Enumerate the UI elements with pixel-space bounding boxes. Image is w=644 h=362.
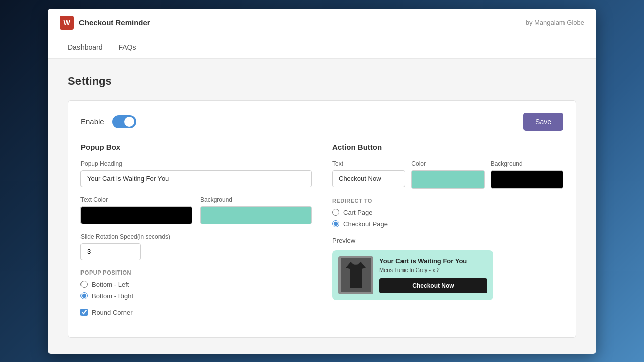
preview-label: Preview — [332, 237, 564, 244]
cart-page-radio[interactable] — [332, 209, 339, 216]
redirect-label: REDIRECT TO — [332, 198, 564, 204]
preview-heading: Your Cart is Waiting For You — [379, 257, 487, 265]
preview-text-block: Your Cart is Waiting For You Mens Tunic … — [379, 257, 487, 293]
action-bg-swatch[interactable] — [491, 170, 564, 189]
round-corner-checkbox[interactable] — [80, 309, 88, 316]
position-bottom-right[interactable]: Bottom - Right — [80, 292, 312, 300]
text-color-label: Text Color — [80, 196, 192, 203]
redirect-radio-group: Cart Page Checkout Page — [332, 209, 564, 228]
action-color-swatch[interactable] — [411, 170, 484, 189]
main-content: Settings Enable Save Popup Box — [48, 59, 596, 354]
preview-subtext: Mens Tunic In Grey - x 2 — [379, 267, 487, 273]
action-text-field: Text — [332, 160, 405, 189]
action-fields-row: Text Color Background — [332, 160, 564, 189]
page-title: Settings — [68, 75, 576, 88]
bottom-left-label: Bottom - Left — [92, 281, 129, 288]
preview-checkout-button[interactable]: Checkout Now — [379, 278, 487, 293]
popup-position-section: POPUP POSITION Bottom - Left Bottom - Ri… — [80, 269, 312, 300]
action-button-section: Action Button Text Color Background — [332, 143, 564, 325]
nav-item-faqs[interactable]: FAQs — [111, 37, 144, 58]
popup-heading-label: Popup Heading — [80, 160, 312, 167]
text-color-swatch[interactable] — [80, 206, 192, 224]
popup-position-label: POPUP POSITION — [80, 269, 312, 276]
brand: W Checkout Reminder — [60, 16, 150, 30]
redirect-section: REDIRECT TO Cart Page Checkout Page — [332, 198, 564, 228]
action-bg-label: Background — [491, 160, 564, 167]
popup-box-header: Popup Box — [80, 143, 312, 151]
redirect-cart[interactable]: Cart Page — [332, 209, 564, 216]
enable-left: Enable — [80, 115, 136, 128]
action-bg-field: Background — [491, 160, 564, 189]
by-label: by Mangalam Globe — [526, 19, 584, 26]
speed-input-wrapper: ▲ ▼ — [80, 243, 141, 260]
app-logo: W — [60, 16, 74, 30]
header: W Checkout Reminder by Mangalam Globe — [48, 9, 596, 37]
navigation: Dashboard FAQs — [48, 37, 596, 59]
toggle-slider — [112, 115, 136, 128]
action-text-label: Text — [332, 160, 405, 167]
nav-item-dashboard[interactable]: Dashboard — [60, 37, 111, 58]
action-color-field: Color — [411, 160, 484, 189]
slide-speed-field: Slide Rotation Speed(in seconds) ▲ ▼ — [80, 233, 312, 260]
color-row: Text Color Background — [80, 196, 312, 224]
enable-toggle[interactable] — [112, 115, 136, 128]
settings-columns: Popup Box Popup Heading Text Color Backg… — [80, 143, 564, 325]
background-label: Background — [200, 196, 312, 203]
speed-input[interactable] — [81, 244, 141, 259]
round-corner-field: Round Corner — [80, 309, 312, 316]
background-color-swatch[interactable] — [200, 206, 312, 224]
app-window: W Checkout Reminder by Mangalam Globe Da… — [48, 9, 596, 354]
text-color-field: Text Color — [80, 196, 192, 224]
action-color-label: Color — [411, 160, 484, 167]
enable-row: Enable Save — [80, 113, 564, 131]
position-bottom-left[interactable]: Bottom - Left — [80, 281, 312, 288]
position-radio-group: Bottom - Left Bottom - Right — [80, 281, 312, 300]
preview-section: Preview Your Cart — [332, 237, 564, 300]
action-text-input[interactable] — [332, 170, 405, 187]
bottom-right-label: Bottom - Right — [92, 292, 133, 300]
settings-card: Enable Save Popup Box Popup Heading — [68, 100, 576, 338]
popup-box-section: Popup Box Popup Heading Text Color Backg… — [80, 143, 312, 325]
preview-product-image — [338, 256, 373, 294]
round-corner-label: Round Corner — [92, 309, 133, 316]
redirect-checkout[interactable]: Checkout Page — [332, 220, 564, 228]
action-button-header: Action Button — [332, 143, 564, 151]
popup-heading-input[interactable] — [80, 170, 312, 187]
bottom-left-radio[interactable] — [80, 281, 88, 288]
checkout-page-radio[interactable] — [332, 220, 339, 227]
cart-page-label: Cart Page — [343, 209, 373, 216]
popup-heading-field: Popup Heading — [80, 160, 312, 187]
checkout-page-label: Checkout Page — [343, 220, 388, 228]
product-shirt-icon — [341, 258, 371, 292]
enable-label: Enable — [80, 117, 104, 126]
save-button[interactable]: Save — [523, 113, 564, 131]
preview-popup: Your Cart is Waiting For You Mens Tunic … — [332, 250, 493, 300]
bottom-right-radio[interactable] — [80, 292, 88, 299]
app-title: Checkout Reminder — [79, 18, 150, 27]
background-color-field: Background — [200, 196, 312, 224]
slide-speed-label: Slide Rotation Speed(in seconds) — [80, 233, 312, 240]
round-corner-checkbox-label[interactable]: Round Corner — [80, 309, 312, 316]
